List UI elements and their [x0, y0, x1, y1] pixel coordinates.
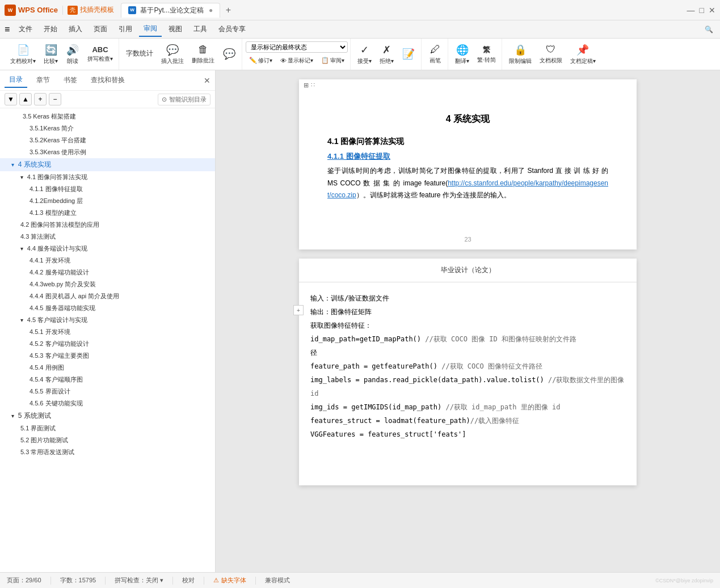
doc-compare-btn[interactable]: 📄 文档校对▾ — [7, 41, 39, 68]
menu-insert[interactable]: 插入 — [64, 22, 87, 36]
maximize-btn[interactable]: □ — [700, 6, 704, 15]
list-item[interactable]: ▾ 4.4 服务端设计与实现 — [0, 243, 215, 255]
menu-home[interactable]: 开始 — [39, 22, 62, 36]
code-line: feature_path = getfeaturePath() //获取 COC… — [310, 359, 625, 373]
list-item[interactable]: 3.5 Keras 框架搭建 — [0, 111, 215, 122]
toolbar-group-3: 显示标记的最终状态 ✏️ 修订▾ 👁 显示标记▾ 📋 审阅▾ — [243, 39, 351, 70]
spell-btn[interactable]: ABC 拼写检查▾ — [84, 41, 116, 68]
document-area[interactable]: ⊞ ∷ 4 系统实现 4.1 图像问答算法实现 4.1.1 图像特征提取 鉴于训… — [216, 70, 720, 572]
list-item[interactable]: 5.2 图片功能测试 — [0, 434, 215, 446]
restrict-btn[interactable]: 🔒 限制编辑 — [506, 41, 535, 68]
list-item[interactable]: 4.4.4 图灵机器人 api 简介及使用 — [0, 290, 215, 302]
doc-tab[interactable]: W 基于Pyt...业论文定稿 ● — [121, 3, 220, 18]
list-item[interactable]: 4.4.1 开发环境 — [0, 255, 215, 266]
read-btn[interactable]: 🔊 朗读 — [62, 41, 83, 68]
reject-btn[interactable]: ✗ 拒绝▾ — [376, 41, 397, 68]
warning-icon: ⚠ — [213, 577, 219, 584]
menu-icon[interactable]: ≡ — [5, 24, 10, 35]
menu-review[interactable]: 审阅 — [139, 22, 162, 37]
menu-ref[interactable]: 引用 — [114, 22, 137, 36]
doc-tab-close[interactable]: ● — [209, 6, 213, 14]
proofread-status[interactable]: 校对 — [182, 576, 195, 585]
list-item[interactable]: 4.5.4 用例图 — [0, 362, 215, 374]
menu-tools[interactable]: 工具 — [189, 22, 212, 36]
spell-check-status[interactable]: 拼写检查：关闭 ▾ — [115, 576, 163, 585]
menu-view[interactable]: 视图 — [164, 22, 187, 36]
toc-expand-btn[interactable]: + — [34, 93, 47, 105]
doc-perm-btn[interactable]: 🛡 文档权限 — [536, 41, 566, 68]
title-bar-left: W WPS Office 壳 找插壳模板 — [5, 5, 114, 16]
list-item[interactable]: 3.5.2Keras 平台搭建 — [0, 134, 215, 146]
list-item[interactable]: 4.1.2Embedding 层 — [0, 195, 215, 207]
plugin-icon: 壳 — [68, 6, 78, 15]
list-item[interactable]: ▾ 4.5 客户端设计与实现 — [0, 314, 215, 326]
list-item[interactable]: ▾ 4.1 图像问答算法实现 — [0, 171, 215, 183]
doc-final-btn[interactable]: 📌 文档定稿▾ — [567, 41, 599, 68]
list-item[interactable]: 4.3 算法测试 — [0, 231, 215, 243]
translate-btn[interactable]: 🌐 翻译▾ — [452, 41, 473, 68]
add-tab-btn[interactable]: + — [221, 3, 235, 17]
close-btn[interactable]: ✕ — [709, 6, 715, 15]
list-item[interactable]: 3.5.3Keras 使用示例 — [0, 146, 215, 158]
menu-bar: ≡ 文件 开始 插入 页面 引用 审阅 视图 工具 会员专享 🔍 — [0, 20, 720, 39]
delete-comment-btn[interactable]: 🗑 删除批注 — [188, 41, 218, 68]
list-item[interactable]: 4.5.2 客户端功能设计 — [0, 338, 215, 350]
list-item[interactable]: ▾ 4 系统实现 — [0, 158, 215, 171]
wordcount-btn[interactable]: 字数统计 — [123, 41, 157, 68]
pen-btn[interactable]: 🖊 画笔 — [425, 41, 445, 68]
menu-file[interactable]: 文件 — [14, 22, 37, 36]
sidebar-tab-find[interactable]: 查找和替换 — [86, 73, 129, 87]
list-item[interactable]: 4.5.5 界面设计 — [0, 386, 215, 397]
smart-toc-btn[interactable]: ⊙ 智能识别目录 — [158, 94, 210, 105]
pen-label: 画笔 — [430, 57, 441, 65]
minimize-btn[interactable]: — — [687, 6, 695, 15]
list-item[interactable]: 4.5.6 关键功能实现 — [0, 397, 215, 409]
search-btn[interactable]: 🔍 — [702, 23, 715, 36]
list-item[interactable]: 4.4.5 服务器端功能实现 — [0, 302, 215, 314]
status-sep-2 — [105, 577, 106, 585]
delete-comment-label: 删除批注 — [192, 57, 214, 65]
page1-h2: 4.1 图像问答算法实现 — [327, 137, 608, 147]
revise-btn[interactable]: ✏️ 修订▾ — [246, 54, 276, 67]
accept-label: 接受▾ — [357, 57, 372, 65]
review-btn[interactable]: 📋 审阅▾ — [318, 54, 348, 67]
plugin-btn[interactable]: 壳 找插壳模板 — [68, 5, 114, 15]
list-item[interactable]: 4.1.3 模型的建立 — [0, 207, 215, 219]
sidebar-tab-toc[interactable]: 目录 — [5, 73, 27, 88]
wordcount-icon: 字数统计 — [126, 49, 153, 58]
sidebar-close-btn[interactable]: ✕ — [204, 76, 210, 85]
toc-down-btn[interactable]: ▼ — [5, 93, 17, 105]
menu-page[interactable]: 页面 — [89, 22, 112, 36]
track-dropdown[interactable]: 显示标记的最终状态 — [246, 41, 348, 53]
show-mark-label: 显示标记▾ — [288, 57, 313, 65]
sidebar-tabs: 目录 章节 书签 查找和替换 ✕ — [0, 70, 215, 91]
insert-comment-label: 插入批注 — [161, 57, 184, 65]
list-item[interactable]: 3.5.1Keras 简介 — [0, 122, 215, 134]
fold-btn[interactable]: + — [293, 305, 304, 315]
code-comment: //获取 id_map_path 里的图像 id — [445, 403, 560, 411]
note-btn[interactable]: 📝 — [398, 41, 419, 68]
toc-up-btn[interactable]: ▲ — [19, 93, 32, 105]
list-item[interactable]: 4.5.4 客户端顺序图 — [0, 374, 215, 386]
list-item[interactable]: 4.5.3 客户端主要类图 — [0, 350, 215, 362]
sidebar-tab-chapter[interactable]: 章节 — [32, 73, 54, 87]
insert-comment-btn[interactable]: 💬 插入批注 — [158, 41, 187, 68]
accept-btn[interactable]: ✓ 接受▾ — [354, 41, 375, 68]
list-item[interactable]: 4.1.1 图像特征提取 — [0, 183, 215, 195]
list-item[interactable]: ▾ 5 系统测试 — [0, 409, 215, 422]
show-mark-btn[interactable]: 👁 显示标记▾ — [277, 54, 317, 67]
sidebar-tab-bookmark[interactable]: 书签 — [59, 73, 82, 87]
list-item[interactable]: 5.3 常用语发送测试 — [0, 446, 215, 458]
list-item[interactable]: 4.5.1 开发环境 — [0, 326, 215, 338]
toc-collapse-btn[interactable]: − — [49, 93, 61, 105]
menu-vip[interactable]: 会员专享 — [214, 22, 250, 36]
compare-btn[interactable]: 🔄 比较▾ — [40, 41, 61, 68]
list-item[interactable]: 4.4.2 服务端功能设计 — [0, 266, 215, 278]
list-item[interactable]: 4.2 图像问答算法模型的应用 — [0, 219, 215, 231]
traditional-btn[interactable]: 繁 繁·转简 — [474, 41, 499, 68]
missing-font-status[interactable]: ⚠ 缺失字体 — [213, 576, 246, 585]
list-item[interactable]: 5.1 界面测试 — [0, 422, 215, 434]
list-item[interactable]: 4.4.3web.py 简介及安装 — [0, 278, 215, 290]
comment-icon-btn[interactable]: 💬 — [219, 41, 239, 68]
toolbar-group-7: 🔒 限制编辑 🛡 文档权限 📌 文档定稿▾ — [503, 39, 601, 70]
